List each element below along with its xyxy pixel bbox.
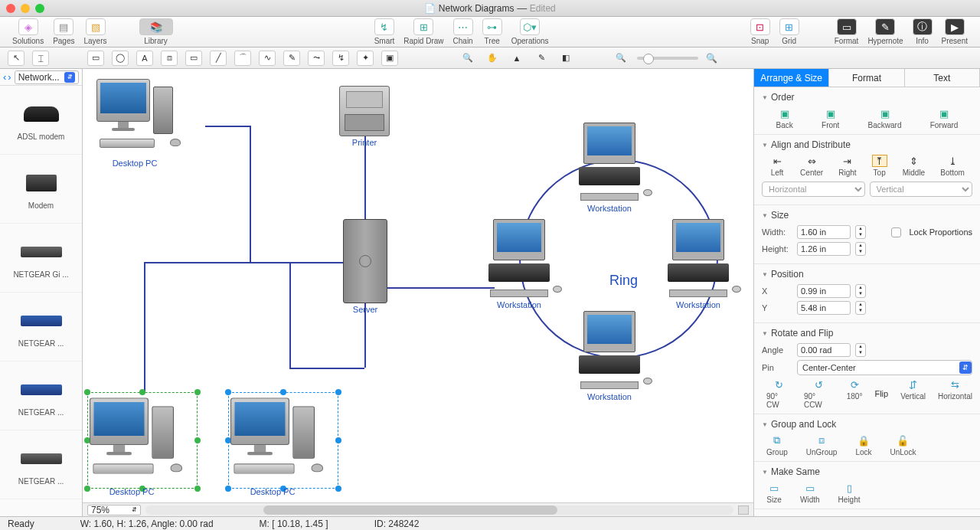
- solutions-button[interactable]: ◈Solutions: [9, 18, 47, 45]
- group-button[interactable]: ⧉Group: [766, 434, 788, 456]
- library-item-adsl-modem[interactable]: ADSL modem: [0, 86, 82, 155]
- align-left-button[interactable]: ⇤Left: [769, 155, 785, 177]
- angle-input[interactable]: [797, 343, 851, 357]
- node-workstation-bottom[interactable]: Workstation: [579, 311, 640, 401]
- pages-button[interactable]: ▤Pages: [50, 18, 77, 45]
- text-select-tool[interactable]: ⌶: [32, 51, 49, 66]
- layers-button[interactable]: ▧Layers: [81, 18, 110, 45]
- make-size-button[interactable]: ▭Size: [766, 482, 782, 504]
- callout-tool[interactable]: ▭: [185, 51, 202, 66]
- zoom-window-button[interactable]: [35, 4, 44, 13]
- present-button[interactable]: ▶Present: [939, 18, 971, 45]
- flip-v-button[interactable]: ⇵Vertical: [900, 378, 926, 409]
- node-workstation-left[interactable]: Workstation: [488, 219, 550, 309]
- eyedropper-tool[interactable]: ✎: [533, 51, 550, 66]
- y-input[interactable]: [797, 301, 851, 315]
- horizontal-scrollbar[interactable]: [145, 505, 733, 515]
- spline-tool[interactable]: ∿: [259, 51, 276, 66]
- format-button[interactable]: ▭Format: [831, 18, 862, 45]
- height-stepper[interactable]: ▲▼: [855, 242, 866, 256]
- zoom-in-icon[interactable]: 🔍: [706, 53, 717, 64]
- y-stepper[interactable]: ▲▼: [855, 301, 866, 315]
- node-desktop-pc-3[interactable]: Desktop PC: [234, 401, 311, 496]
- arc-tool[interactable]: ⌒: [234, 51, 251, 66]
- zoom-tool[interactable]: 🔍: [459, 51, 476, 66]
- zoom-slider[interactable]: [637, 57, 698, 60]
- hypernote-button[interactable]: ✎Hypernote: [864, 18, 906, 45]
- node-desktop-pc-1[interactable]: Desktop PC: [96, 79, 173, 168]
- grid-button[interactable]: ⊞Grid: [776, 18, 802, 45]
- order-forward-button[interactable]: ▣Forward: [930, 107, 959, 129]
- ellipse-tool[interactable]: ◯: [112, 51, 129, 66]
- ungroup-button[interactable]: ⧈UnGroup: [806, 434, 838, 456]
- operations-button[interactable]: ⬡▾Operations: [508, 18, 552, 45]
- library-item-netgear-2[interactable]: NETGEAR ...: [0, 362, 82, 430]
- rotate-180-button[interactable]: ⟳180°: [847, 378, 863, 409]
- library-forward-button[interactable]: ›: [8, 71, 11, 83]
- angle-stepper[interactable]: ▲▼: [855, 343, 866, 357]
- unlock-button[interactable]: 🔓UnLock: [890, 434, 916, 456]
- rotate-90cw-button[interactable]: ↻90° CW: [766, 378, 792, 409]
- lock-proportions-checkbox[interactable]: [891, 227, 901, 237]
- library-selector[interactable]: Network...⇵: [15, 70, 79, 84]
- smart-button[interactable]: ↯Smart: [371, 18, 398, 45]
- zoom-out-icon[interactable]: 🔍: [612, 51, 629, 66]
- minimize-window-button[interactable]: [21, 4, 30, 13]
- pin-select-value[interactable]: Center-Center: [802, 363, 959, 372]
- pen-tool[interactable]: ✎: [283, 51, 300, 66]
- pin-select-dropdown-icon[interactable]: ⇵: [959, 362, 972, 374]
- stamp-tool[interactable]: ▲: [508, 51, 525, 66]
- tab-format[interactable]: Format: [829, 69, 904, 87]
- node-workstation-top[interactable]: Workstation: [579, 123, 640, 213]
- flip-h-button[interactable]: ⇆Horizontal: [938, 378, 972, 409]
- library-button[interactable]: 📚Library: [136, 18, 176, 45]
- connector-tool[interactable]: ⤳: [308, 51, 325, 66]
- tab-arrange-size[interactable]: Arrange & Size: [754, 69, 829, 87]
- text-tool[interactable]: A: [136, 51, 153, 66]
- rect-tool[interactable]: ▭: [87, 51, 104, 66]
- library-item-netgear-gi[interactable]: NETGEAR Gi ...: [0, 224, 82, 293]
- chain-button[interactable]: ⋯Chain: [450, 18, 476, 45]
- make-width-button[interactable]: ▭Width: [800, 482, 820, 504]
- x-input[interactable]: [797, 284, 851, 298]
- pointer-tool[interactable]: ↖: [8, 51, 24, 66]
- textbox-tool[interactable]: ⧈: [161, 51, 178, 66]
- canvas-zoom-select[interactable]: 75%⇵: [87, 505, 141, 515]
- line-tool[interactable]: ╱: [210, 51, 227, 66]
- library-item-netgear-1[interactable]: NETGEAR ...: [0, 293, 82, 362]
- align-middle-button[interactable]: ⇕Middle: [903, 155, 925, 177]
- width-input[interactable]: [797, 225, 851, 239]
- align-top-button[interactable]: ⤒Top: [872, 155, 887, 177]
- width-stepper[interactable]: ▲▼: [855, 225, 866, 239]
- library-back-button[interactable]: ‹: [3, 71, 6, 83]
- tree-button[interactable]: ⊶Tree: [479, 18, 505, 45]
- node-workstation-right[interactable]: Workstation: [668, 219, 729, 309]
- node-server[interactable]: Server: [343, 219, 387, 314]
- height-input[interactable]: [797, 242, 851, 256]
- library-item-modem[interactable]: Modem: [0, 155, 82, 224]
- snap-button[interactable]: ⊡Snap: [747, 18, 773, 45]
- distribute-h-select[interactable]: Horizontal: [762, 182, 865, 197]
- canvas-corner-icon[interactable]: [738, 505, 749, 515]
- align-bottom-button[interactable]: ⤓Bottom: [940, 155, 965, 177]
- order-back-button[interactable]: ▣Back: [776, 107, 793, 129]
- align-right-button[interactable]: ⇥Right: [838, 155, 856, 177]
- eraser-tool[interactable]: ◧: [557, 51, 574, 66]
- canvas[interactable]: Ring Desktop PC Printer Server Workstati…: [83, 69, 753, 516]
- order-front-button[interactable]: ▣Front: [822, 107, 839, 129]
- crop-tool[interactable]: ▣: [381, 51, 398, 66]
- rapiddraw-button[interactable]: ⊞Rapid Draw: [400, 18, 446, 45]
- lock-button[interactable]: 🔒Lock: [855, 434, 871, 456]
- rotate-90ccw-button[interactable]: ↺90° CCW: [804, 378, 835, 409]
- smart-connector-tool[interactable]: ↯: [332, 51, 349, 66]
- pan-tool[interactable]: ✋: [484, 51, 501, 66]
- tab-text[interactable]: Text: [905, 69, 980, 87]
- node-printer[interactable]: Printer: [339, 86, 390, 147]
- align-center-button[interactable]: ⇔Center: [800, 155, 823, 177]
- make-height-button[interactable]: ▯Height: [838, 482, 861, 504]
- distribute-v-select[interactable]: Vertical: [870, 182, 973, 197]
- order-backward-button[interactable]: ▣Backward: [868, 107, 902, 129]
- close-window-button[interactable]: [6, 4, 15, 13]
- edit-tool[interactable]: ✦: [357, 51, 374, 66]
- library-item-netgear-3[interactable]: NETGEAR ...: [0, 430, 82, 499]
